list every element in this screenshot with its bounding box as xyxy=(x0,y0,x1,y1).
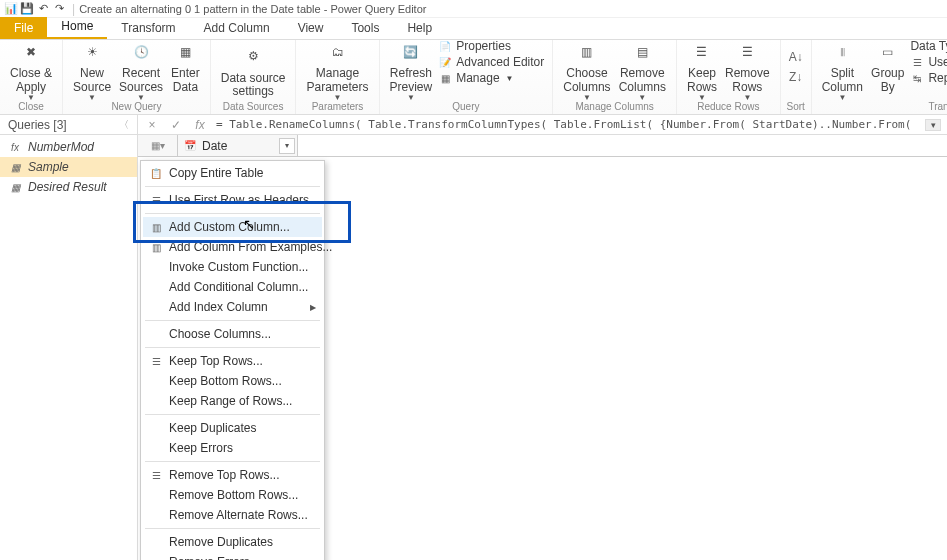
query-item-sample[interactable]: ▦ Sample xyxy=(0,157,137,177)
group-manage-columns-label: Manage Columns xyxy=(553,101,676,112)
date-type-icon: 📅 xyxy=(184,140,198,151)
data-type-button[interactable]: Data Type: Any▼ xyxy=(910,40,947,53)
cm-label: Remove Alternate Rows... xyxy=(169,508,308,522)
keep-rows-icon: ☰ xyxy=(149,354,163,368)
cm-keep-bottom-rows[interactable]: Keep Bottom Rows... xyxy=(143,371,322,391)
cm-remove-top-rows[interactable]: ☰ Remove Top Rows... xyxy=(143,465,322,485)
enter-data-icon: ▦ xyxy=(172,40,198,65)
advanced-editor-button[interactable]: 📝Advanced Editor xyxy=(438,55,544,69)
remove-columns-icon: ▤ xyxy=(629,40,655,65)
group-data-sources-label: Data Sources xyxy=(211,101,296,112)
collapse-pane-icon[interactable]: 〈 xyxy=(119,118,129,132)
cm-remove-alternate-rows[interactable]: Remove Alternate Rows... xyxy=(143,505,322,525)
split-column-button[interactable]: ⫴ Split Column ▼ xyxy=(818,40,867,105)
query-item-numbermod[interactable]: fx NumberMod xyxy=(0,137,137,157)
tab-view[interactable]: View xyxy=(284,17,338,39)
formula-text[interactable]: = Table.RenameColumns( Table.TransformCo… xyxy=(216,118,917,131)
cancel-formula-icon[interactable]: × xyxy=(144,118,160,132)
cm-separator xyxy=(145,186,320,187)
fx-icon[interactable]: fx xyxy=(192,118,208,132)
cm-label: Add Conditional Column... xyxy=(169,280,308,294)
cm-add-custom-column[interactable]: ▥ Add Custom Column... xyxy=(143,217,322,237)
replace-icon: ↹ xyxy=(910,71,924,85)
cm-keep-duplicates[interactable]: Keep Duplicates xyxy=(143,418,322,438)
enter-data-button[interactable]: ▦ Enter Data xyxy=(167,40,204,105)
app-icon: 📊 xyxy=(4,2,18,16)
close-and-apply-button[interactable]: ✖ Close & Apply ▼ xyxy=(6,40,56,105)
sort-asc-icon[interactable]: A↓ xyxy=(789,50,803,64)
properties-button[interactable]: 📄Properties xyxy=(438,40,511,53)
manage-button[interactable]: ▦Manage▼ xyxy=(438,71,513,85)
recent-sources-button[interactable]: 🕓 Recent Sources ▼ xyxy=(115,40,167,105)
cm-keep-errors[interactable]: Keep Errors xyxy=(143,438,322,458)
cm-label: Add Index Column xyxy=(169,300,268,314)
enter-data-label: Enter Data xyxy=(171,67,200,93)
cm-add-index-column[interactable]: Add Index Column ▶ xyxy=(143,297,322,317)
accept-formula-icon[interactable]: ✓ xyxy=(168,118,184,132)
group-new-query-label: New Query xyxy=(63,101,210,112)
refresh-preview-button[interactable]: 🔄 Refresh Preview ▼ xyxy=(386,40,437,105)
tab-home[interactable]: Home xyxy=(47,15,107,39)
first-row-headers-label: Use First Row as Headers xyxy=(928,55,947,69)
remove-rows-button[interactable]: ☰ Remove Rows ▼ xyxy=(721,40,774,105)
manage-label: Manage xyxy=(456,71,499,85)
redo-icon[interactable]: ↷ xyxy=(52,2,66,16)
table-icon: ▦ xyxy=(8,180,22,194)
keep-rows-label: Keep Rows xyxy=(687,67,717,93)
keep-rows-icon: ☰ xyxy=(689,40,715,65)
manage-parameters-icon: 🗂 xyxy=(325,40,351,65)
close-apply-icon: ✖ xyxy=(18,40,44,65)
cm-label: Choose Columns... xyxy=(169,327,271,341)
choose-columns-icon: ▥ xyxy=(574,40,600,65)
context-menu: 📋 Copy Entire Table ☰ Use First Row as H… xyxy=(140,160,325,560)
recent-sources-icon: 🕓 xyxy=(128,40,154,65)
recent-sources-label: Recent Sources xyxy=(119,67,163,93)
properties-icon: 📄 xyxy=(438,40,452,53)
tab-add-column[interactable]: Add Column xyxy=(190,17,284,39)
remove-columns-button[interactable]: ▤ Remove Columns ▼ xyxy=(615,40,670,105)
cm-keep-top-rows[interactable]: ☰ Keep Top Rows... xyxy=(143,351,322,371)
cm-separator xyxy=(145,320,320,321)
tab-file[interactable]: File xyxy=(0,17,47,39)
group-sort-label: Sort xyxy=(781,101,811,112)
cm-remove-bottom-rows[interactable]: Remove Bottom Rows... xyxy=(143,485,322,505)
cm-add-column-from-examples[interactable]: ▥ Add Column From Examples... xyxy=(143,237,322,257)
cm-remove-errors[interactable]: Remove Errors xyxy=(143,552,322,560)
tab-tools[interactable]: Tools xyxy=(337,17,393,39)
titlebar-separator: | xyxy=(72,2,75,16)
manage-parameters-button[interactable]: 🗂 Manage Parameters ▼ xyxy=(302,40,372,105)
formula-expand-icon[interactable]: ▾ xyxy=(925,119,941,131)
choose-columns-button[interactable]: ▥ Choose Columns ▼ xyxy=(559,40,614,105)
undo-icon[interactable]: ↶ xyxy=(36,2,50,16)
cm-copy-entire-table[interactable]: 📋 Copy Entire Table xyxy=(143,163,322,183)
group-query-label: Query xyxy=(380,101,553,112)
custom-column-icon: ▥ xyxy=(149,220,163,234)
sort-desc-icon[interactable]: Z↓ xyxy=(789,70,803,84)
new-source-button[interactable]: ☀ New Source ▼ xyxy=(69,40,115,105)
cm-label: Keep Errors xyxy=(169,441,233,455)
manage-icon: ▦ xyxy=(438,71,452,85)
cm-separator xyxy=(145,213,320,214)
cm-add-conditional-column[interactable]: Add Conditional Column... xyxy=(143,277,322,297)
select-all-corner[interactable]: ▦▾ xyxy=(138,135,178,156)
cm-use-first-row-headers[interactable]: ☰ Use First Row as Headers xyxy=(143,190,322,210)
cm-remove-duplicates[interactable]: Remove Duplicates xyxy=(143,532,322,552)
column-filter-icon[interactable]: ▾ xyxy=(279,138,295,154)
column-header-date[interactable]: 📅 Date ▾ xyxy=(178,135,298,156)
copy-icon: 📋 xyxy=(149,166,163,180)
group-by-button[interactable]: ▭ Group By xyxy=(867,40,908,96)
cm-invoke-custom-function[interactable]: Invoke Custom Function... xyxy=(143,257,322,277)
data-source-settings-button[interactable]: ⚙ Data source settings xyxy=(217,42,290,100)
group-by-icon: ▭ xyxy=(875,40,901,65)
tab-transform[interactable]: Transform xyxy=(107,17,189,39)
query-item-desired-result[interactable]: ▦ Desired Result xyxy=(0,177,137,197)
keep-rows-button[interactable]: ☰ Keep Rows ▼ xyxy=(683,40,721,105)
formula-bar: × ✓ fx = Table.RenameColumns( Table.Tran… xyxy=(138,115,947,134)
replace-values-button[interactable]: ↹Replace Values xyxy=(910,71,947,85)
save-icon[interactable]: 💾 xyxy=(20,2,34,16)
cm-choose-columns[interactable]: Choose Columns... xyxy=(143,324,322,344)
cm-keep-range-rows[interactable]: Keep Range of Rows... xyxy=(143,391,322,411)
first-row-headers-button[interactable]: ☰Use First Row as Headers▼ xyxy=(910,55,947,69)
cm-label: Keep Bottom Rows... xyxy=(169,374,282,388)
tab-help[interactable]: Help xyxy=(393,17,446,39)
